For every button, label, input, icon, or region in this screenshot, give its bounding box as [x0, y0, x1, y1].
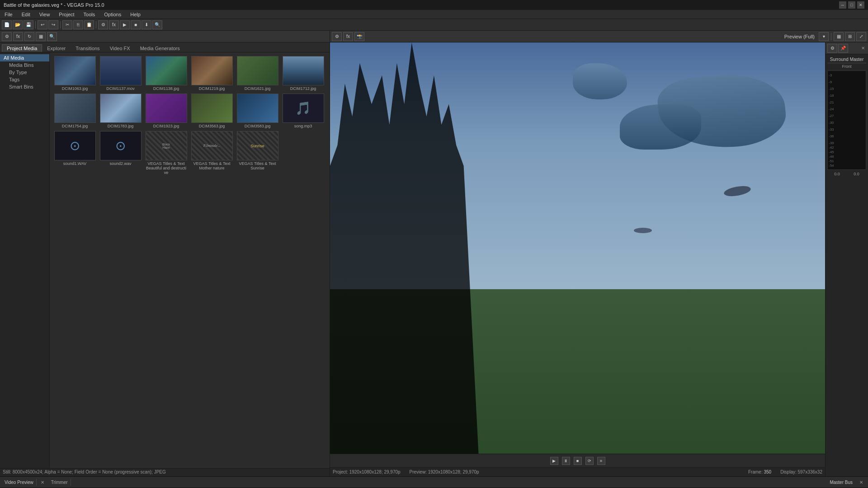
tab-media-generators[interactable]: Media Generators — [135, 44, 185, 52]
close-button[interactable]: ✕ — [857, 1, 864, 9]
panel-settings-btn[interactable]: ⚙ — [2, 32, 12, 41]
media-item-dcim1754[interactable]: DCIM1754.jpg — [53, 94, 96, 128]
media-item-song[interactable]: 🎵 song.mp3 — [282, 94, 325, 128]
zoom-button[interactable]: 🔍 — [152, 20, 162, 29]
menu-tools[interactable]: Tools — [82, 11, 97, 18]
meter-label-21: -21 — [829, 100, 834, 104]
surround-title: Surround Master — [827, 56, 866, 63]
media-item-dcim3563[interactable]: DCIM3563.jpg — [190, 94, 233, 128]
surround-close-btn[interactable]: ✕ — [860, 45, 866, 52]
nav-smart-bins[interactable]: Smart Bins — [0, 83, 49, 90]
media-item-dcim1219[interactable]: DCIM1219.jpg — [190, 56, 233, 91]
save-button[interactable]: 💾 — [24, 20, 33, 29]
panel-zoom-btn[interactable]: 🔍 — [47, 32, 57, 41]
open-button[interactable]: 📂 — [13, 20, 23, 29]
menu-project[interactable]: Project — [57, 11, 76, 18]
title-bar: Battle of the galaxies.veg * - VEGAS Pro… — [0, 0, 868, 10]
media-label-title-sunrise: VEGAS Titles & TextSunrise — [239, 161, 276, 170]
maximize-button[interactable]: □ — [848, 1, 855, 9]
nav-all-media[interactable]: All Media — [0, 54, 49, 61]
play-button[interactable]: ▶ — [120, 20, 130, 29]
settings-button[interactable]: ⚙ — [98, 20, 108, 29]
media-label-dcim1621: DCIM1621.jpg — [245, 86, 271, 91]
surround-settings-btn[interactable]: ⚙ — [827, 44, 837, 53]
preview-grid-btn[interactable]: ▦ — [834, 32, 844, 41]
menu-help[interactable]: Help — [128, 11, 142, 18]
preview-more-btn[interactable]: ≡ — [597, 457, 605, 465]
media-label-dcim1712: DCIM1712.jpg — [290, 86, 316, 91]
new-button[interactable]: 📄 — [2, 20, 12, 29]
preview-tab-label[interactable]: Video Preview — [2, 479, 37, 486]
tab-project-media[interactable]: Project Media — [2, 44, 42, 52]
meter-label-27: -27 — [829, 114, 834, 118]
render-button[interactable]: ⬇ — [142, 20, 151, 29]
nav-tags[interactable]: Tags — [0, 76, 49, 83]
media-item-title-sunrise[interactable]: Sunrise VEGAS Titles & TextSunrise — [236, 131, 279, 175]
nav-by-type[interactable]: By Type — [0, 69, 49, 76]
media-item-dcim1783[interactable]: DCIM1783.jpg — [99, 94, 142, 128]
media-item-title-beautiful[interactable]: BlackHaze VEGAS Titles & TextBeautiful a… — [145, 131, 188, 175]
toolbar-separator-3 — [96, 21, 96, 28]
tabs-row: Project Media Explorer Transitions Video… — [0, 42, 330, 52]
preview-loop-btn[interactable]: ⟳ — [585, 457, 594, 465]
timeline-toolbar: Video Preview ✕ Trimmer Master Bus ✕ — [0, 476, 868, 488]
preview-play-btn[interactable]: ▶ — [550, 457, 558, 465]
meter-label-15: -15 — [829, 87, 834, 91]
preview-pause-btn[interactable]: ⏸ — [562, 457, 570, 465]
trimmer-tab-label[interactable]: Trimmer — [48, 479, 71, 486]
paste-button[interactable]: 📋 — [84, 20, 94, 29]
project-info: Project: 1920x1080x128; 29,970p — [333, 469, 401, 474]
panel-view-btn[interactable]: ▦ — [36, 32, 46, 41]
panel-fx-btn[interactable]: fx — [13, 32, 23, 41]
toolbar-separator-2 — [60, 21, 61, 28]
media-label-sound2: sound2.wav — [109, 161, 131, 166]
fx-button[interactable]: fx — [109, 20, 119, 29]
nav-media-bins[interactable]: Media Bins — [0, 61, 49, 69]
tab-transitions[interactable]: Transitions — [71, 44, 104, 52]
media-item-dcim1923[interactable]: DCIM1923.jpg — [145, 94, 188, 128]
media-status: Still: 8000x4500x24; Alpha = None; Field… — [0, 468, 330, 476]
surround-panel: ⚙ 📌 ✕ Surround Master Front -3 -9 - — [825, 42, 868, 476]
copy-button[interactable]: ⎘ — [73, 20, 83, 29]
menu-edit[interactable]: Edit — [20, 11, 32, 18]
surround-content: Surround Master Front -3 -9 -15 -18 -21 … — [826, 54, 868, 476]
preview-tab-close[interactable]: ✕ — [38, 478, 47, 487]
preview-snapshot-btn[interactable]: 📸 — [354, 32, 364, 41]
media-label-dcim1923: DCIM1923.jpg — [153, 124, 179, 128]
meter-label-30: -30 — [829, 121, 834, 125]
stop-button[interactable]: ■ — [131, 20, 141, 29]
cut-button[interactable]: ✂ — [62, 20, 72, 29]
minimize-button[interactable]: ─ — [839, 1, 846, 9]
redo-button[interactable]: ↪ — [48, 20, 58, 29]
undo-button[interactable]: ↩ — [38, 20, 47, 29]
master-bus-tab-label[interactable]: Master Bus — [827, 479, 855, 486]
media-item-dcim1621[interactable]: DCIM1621.jpg — [236, 56, 279, 91]
master-bus-close[interactable]: ✕ — [856, 478, 866, 487]
media-item-dcim1137[interactable]: DCIM1137.mov — [99, 56, 142, 91]
preview-stop-btn[interactable]: ■ — [574, 457, 582, 465]
panel-toolbar: ⚙ fx ↻ ▦ 🔍 — [0, 31, 330, 42]
preview-mode-btn[interactable]: ▾ — [819, 32, 829, 41]
menu-view[interactable]: View — [38, 11, 52, 18]
toolbar-separator-1 — [35, 21, 36, 28]
surround-pin-btn[interactable]: 📌 — [838, 44, 848, 53]
media-item-sound2[interactable]: ⊙ sound2.wav — [99, 131, 142, 175]
media-item-dcim3583[interactable]: DCIM3583.jpg — [236, 94, 279, 128]
tab-explorer[interactable]: Explorer — [42, 44, 71, 52]
media-item-sound1[interactable]: ⊙ sound1.WAV — [53, 131, 96, 175]
menu-options[interactable]: Options — [102, 11, 123, 18]
menu-file[interactable]: File — [3, 11, 14, 18]
surround-values: 0.0 0.0 — [827, 172, 866, 176]
preview-full-btn[interactable]: ⤢ — [856, 32, 866, 41]
main-area: ⚙ fx ↻ ▦ 🔍 Project Media Explorer Transi… — [0, 31, 868, 476]
panel-refresh-btn[interactable]: ↻ — [24, 32, 34, 41]
media-item-title-mother[interactable]: Filminale... VEGAS Titles & TextMother n… — [190, 131, 233, 175]
media-item-dcim1712[interactable]: DCIM1712.jpg — [282, 56, 325, 91]
media-item-dcim1138[interactable]: DCIM1138.jpg — [145, 56, 188, 91]
tab-video-fx[interactable]: Video FX — [105, 44, 135, 52]
preview-fx-btn[interactable]: fx — [343, 32, 353, 41]
preview-ext-btn[interactable]: ⊞ — [845, 32, 855, 41]
preview-res: Preview: 1920x1080x128; 29,970p — [410, 469, 479, 474]
media-item-dcim1063[interactable]: DCIM1063.jpg — [53, 56, 96, 91]
preview-settings-btn[interactable]: ⚙ — [332, 32, 342, 41]
